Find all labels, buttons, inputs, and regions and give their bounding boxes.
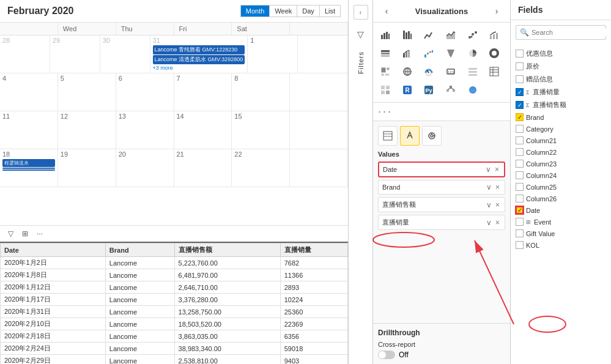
viz-icon-scatter[interactable] [464,26,481,43]
event-2[interactable]: Lancome 清透柔肌水 GMV:3292800 [153,55,245,64]
field-checkbox[interactable]: ✓ [516,113,524,121]
viz-icon-gauge[interactable] [420,63,437,80]
filter-toolbar-icon[interactable]: ▽ [5,228,16,239]
field-item-原价[interactable]: 原价 [511,60,611,73]
field-item-category[interactable]: Category [511,123,611,135]
cell-28-prev[interactable]: 28 [0,35,50,73]
field-sales-chevron[interactable]: ∨ [485,201,493,209]
field-checkbox[interactable] [516,136,524,144]
viz-icon-pie[interactable] [464,45,481,62]
viz-icon-multirow[interactable] [464,63,481,80]
event-week4-2[interactable] [2,168,55,169]
viz-icon-donut[interactable] [486,45,503,62]
viz-icon-100bar[interactable] [377,45,394,62]
build-format-btn[interactable] [400,126,420,146]
view-month-btn[interactable]: Month [241,6,270,17]
viz-forward-btn[interactable]: › [491,5,503,17]
event-week4-3[interactable] [2,169,55,171]
view-day-btn[interactable]: Day [297,6,320,17]
viz-icon-python[interactable]: Py [420,81,437,98]
viz-icon-area[interactable] [442,26,459,43]
cell-blank-1[interactable] [298,35,348,73]
table-row[interactable]: 2020年1月17日Lancome3,376,280.0010224 [1,294,348,306]
cross-report-toggle[interactable] [378,351,395,359]
field-checkbox[interactable] [516,50,524,58]
table-row[interactable]: 2020年1月12日Lancome2,646,710.002893 [1,281,348,294]
cell-7[interactable]: 7 [174,73,232,111]
table-row[interactable]: 2020年1月8日Lancome6,481,970.0011366 [1,269,348,281]
field-item-kol[interactable]: KOL [511,239,611,251]
viz-icon-custom[interactable]: ··· [464,81,481,98]
cell-21[interactable]: 21 [174,149,232,187]
cell-12[interactable]: 12 [58,111,116,149]
field-checkbox[interactable]: ✓ [516,88,524,96]
cell-20[interactable]: 20 [116,149,174,187]
viz-icon-table[interactable] [486,63,503,80]
viz-icon-funnel[interactable] [442,45,459,62]
field-item-column26[interactable]: Column26 [511,193,611,204]
field-item-brand[interactable]: ✓Brand [511,111,611,123]
field-checkbox[interactable]: ✓ [516,101,524,109]
field-volume-close[interactable]: × [494,218,501,227]
viz-icon-combo[interactable] [486,26,503,43]
viz-icon-ribbon[interactable] [399,45,416,62]
cell-8[interactable]: 8 [232,73,290,111]
cell-19[interactable]: 19 [58,149,116,187]
field-checkbox[interactable] [516,125,524,133]
cell-5[interactable]: 5 [58,73,116,111]
collapse-button[interactable]: ‹ [354,5,368,20]
table-row[interactable]: 2020年2月29日Lancome2,538,810.009403 [1,355,348,365]
field-item-gift-value[interactable]: Gift Value [511,228,611,239]
field-checkbox[interactable] [516,75,524,83]
table-row[interactable]: 2020年2月18日Lancome3,863,035.006356 [1,330,348,343]
cell-30-prev[interactable]: 30 [100,35,150,73]
field-item-column21[interactable]: Column21 [511,135,611,146]
view-list-btn[interactable]: List [320,6,340,17]
field-item-column22[interactable]: Column22 [511,146,611,158]
viz-icon-card[interactable]: 123 [442,63,459,80]
field-item-赠品信息[interactable]: 赠品信息 [511,73,611,86]
field-checkbox[interactable] [516,218,524,226]
viz-back-btn[interactable]: ‹ [380,5,393,17]
cell-blank-2[interactable] [290,73,348,111]
cell-31-prev[interactable]: 31 Lancome 青纯唇着 GMV:1228230 Lancome 清透柔肌… [150,35,248,73]
event-week4[interactable]: 程逻辑送水 [2,159,55,167]
cell-29-prev[interactable]: 29 [50,35,100,73]
field-checkbox[interactable] [516,195,524,202]
table-row[interactable]: 2020年1月2日Lancome5,223,760.007682 [1,257,348,269]
expand-toolbar-icon[interactable]: ⊞ [20,228,31,239]
field-checkbox[interactable] [516,241,524,249]
cell-blank-4[interactable] [290,149,348,187]
field-item-column23[interactable]: Column23 [511,158,611,169]
viz-icon-waterfall[interactable] [420,45,437,62]
field-checkbox[interactable] [516,148,524,156]
cell-4[interactable]: 4 [0,73,58,111]
more-events[interactable]: +3 more [153,65,245,71]
viz-icon-map[interactable] [399,63,416,80]
cell-1[interactable]: 1 [248,35,298,73]
cell-blank-3[interactable] [290,111,348,149]
cell-15[interactable]: 15 [232,111,290,149]
field-brand-close[interactable]: × [494,183,501,191]
field-item-直播销量[interactable]: ✓Σ直播销量 [511,86,611,98]
field-item-column25[interactable]: Column25 [511,181,611,193]
field-date-chevron[interactable]: ∨ [484,165,492,174]
fields-search-container[interactable]: 🔍 [516,25,606,40]
table-row[interactable]: 2020年2月10日Lancome18,503,520.0022369 [1,318,348,330]
viz-icon-matrix[interactable] [377,81,394,98]
build-fields-btn[interactable] [378,126,398,146]
table-row[interactable]: 2020年1月31日Lancome13,258,750.0025360 [1,306,348,318]
field-checkbox[interactable] [516,229,524,237]
field-brand-chevron[interactable]: ∨ [485,183,493,191]
table-row[interactable]: 2020年2月24日Lancome38,983,340.0059018 [1,343,348,355]
cell-22[interactable]: 22 [232,149,290,187]
view-week-btn[interactable]: Week [270,6,297,17]
field-checkbox[interactable] [516,183,524,191]
more-toolbar-icon[interactable]: ··· [34,228,45,239]
cell-14[interactable]: 14 [174,111,232,149]
field-item-event[interactable]: ⊞Event [511,216,611,228]
field-checkbox[interactable]: ✓ [516,206,524,214]
cell-11[interactable]: 11 [0,111,58,149]
field-item-直播销售额[interactable]: ✓Σ直播销售额 [511,98,611,111]
build-analytics-btn[interactable] [422,126,442,146]
